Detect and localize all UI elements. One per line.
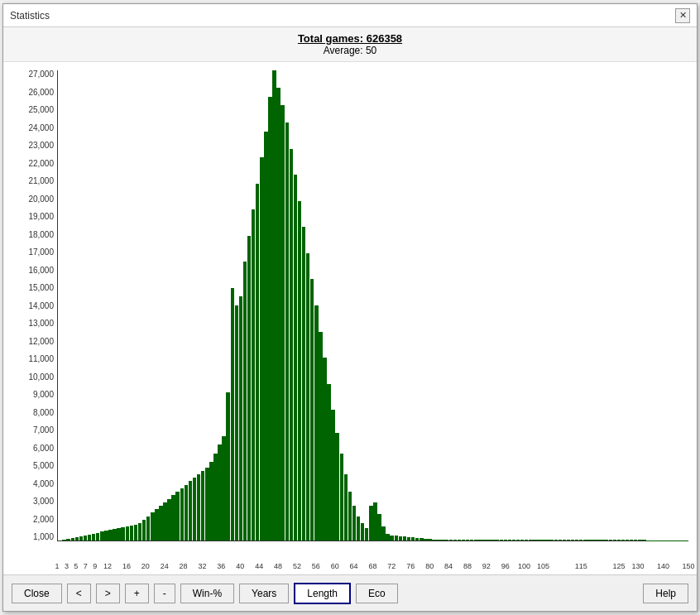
y-axis-label: 11,000	[28, 355, 54, 363]
bar	[302, 227, 305, 541]
statistics-window: Statistics ✕ Total games: 626358 Average…	[2, 3, 698, 612]
total-games-label: Total games: 626358	[8, 32, 692, 45]
bar	[197, 474, 200, 541]
bar	[151, 512, 154, 541]
bar	[121, 527, 124, 541]
x-axis-label: 5	[74, 562, 78, 570]
bar	[235, 305, 238, 541]
y-axis-label: 16,000	[28, 267, 54, 275]
y-axis-label: 13,000	[28, 320, 54, 328]
bar	[449, 540, 453, 541]
bar	[545, 540, 549, 541]
bar	[96, 533, 99, 541]
x-axis-label: 100	[518, 562, 530, 570]
bar	[130, 526, 133, 541]
prev-button[interactable]: <	[67, 584, 91, 603]
bar	[634, 540, 637, 541]
x-axis-label: 20	[141, 562, 150, 570]
y-axis-label: 14,000	[28, 302, 54, 310]
y-axis-label: 1,000	[33, 533, 54, 541]
bar	[563, 540, 566, 541]
bar	[559, 540, 562, 541]
bar	[583, 540, 587, 541]
bar	[319, 332, 322, 541]
bar	[159, 506, 162, 541]
bar	[84, 536, 87, 541]
y-axis-label: 15,000	[28, 284, 54, 292]
x-axis-label: 44	[255, 562, 263, 570]
bar	[587, 540, 591, 541]
bar	[62, 540, 65, 541]
y-axis-label: 26,000	[28, 89, 54, 97]
bar	[331, 410, 334, 541]
y-axis-label: 3,000	[33, 497, 54, 506]
bottom-bar: Close < > + - Win-% Years Length Eco Hel…	[3, 574, 697, 611]
y-axis-label: 20,000	[28, 195, 54, 204]
y-axis-label: 5,000	[33, 462, 54, 470]
bar	[357, 517, 360, 541]
bar	[621, 540, 625, 541]
y-axis-label: 7,000	[33, 426, 54, 435]
next-button[interactable]: >	[96, 584, 120, 603]
bar	[453, 540, 457, 541]
x-axis-label: 76	[406, 562, 415, 570]
bar	[579, 540, 583, 541]
bar	[100, 531, 103, 541]
win-pct-button[interactable]: Win-%	[180, 584, 234, 603]
years-button[interactable]: Years	[239, 584, 289, 603]
bar	[373, 502, 376, 541]
x-axis-label: 3	[65, 562, 69, 570]
bar	[537, 540, 540, 541]
y-axis-label: 24,000	[28, 124, 54, 132]
bar	[600, 540, 603, 541]
bar	[189, 481, 192, 541]
window-close-button[interactable]: ✕	[675, 8, 690, 23]
bar	[314, 305, 318, 541]
bar	[180, 488, 184, 541]
bar	[399, 536, 402, 541]
bar	[306, 253, 309, 541]
bar	[609, 540, 612, 541]
plus-button[interactable]: +	[125, 584, 149, 603]
bar	[638, 540, 641, 541]
eco-button[interactable]: Eco	[356, 584, 398, 603]
average-label: Average: 50	[8, 45, 692, 56]
bar	[420, 538, 423, 541]
bar	[470, 540, 473, 541]
y-axis-labels: 27,00026,00025,00024,00023,00022,00021,0…	[3, 70, 57, 541]
x-axis-label: 28	[180, 562, 188, 570]
bar	[163, 502, 166, 541]
bar	[209, 462, 213, 541]
close-button[interactable]: Close	[12, 584, 62, 603]
y-axis-label: 9,000	[33, 391, 54, 399]
bar	[138, 523, 141, 541]
x-axis-label: 9	[93, 562, 97, 570]
x-axis-label: 36	[217, 562, 225, 570]
bar	[142, 520, 146, 541]
bar	[592, 540, 595, 541]
x-axis-labels: 1357912162024283236404448525660646872768…	[57, 560, 688, 573]
bar	[310, 279, 314, 541]
bar	[348, 492, 352, 541]
x-axis-label: 115	[575, 562, 587, 570]
minus-button[interactable]: -	[154, 584, 175, 603]
y-axis-label: 18,000	[28, 231, 54, 239]
bar	[504, 540, 507, 541]
y-axis-label: 6,000	[33, 444, 54, 453]
bar	[66, 539, 70, 541]
bar	[256, 184, 259, 541]
x-axis-label: 40	[236, 562, 244, 570]
x-axis-label: 125	[613, 562, 626, 570]
x-axis-label: 150	[682, 562, 694, 570]
help-button[interactable]: Help	[643, 584, 688, 603]
bar	[340, 454, 343, 541]
bar	[294, 175, 297, 541]
bar	[646, 541, 650, 541]
bar	[167, 499, 170, 541]
length-button[interactable]: Length	[294, 583, 351, 604]
bar	[185, 485, 188, 541]
bar	[285, 123, 289, 541]
bars-container	[58, 70, 688, 541]
x-axis-label: 68	[368, 562, 376, 570]
bar	[604, 540, 607, 541]
